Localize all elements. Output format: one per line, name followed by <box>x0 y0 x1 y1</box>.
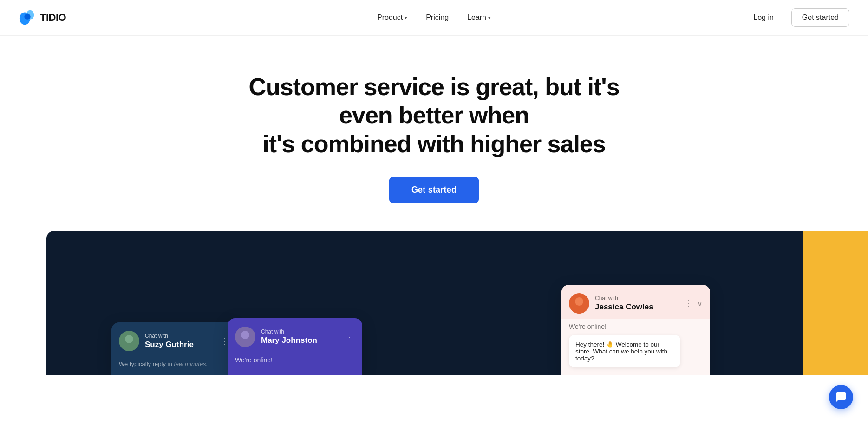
logo-link[interactable]: TIDIO <box>19 9 66 26</box>
yellow-panel <box>803 231 868 375</box>
nav-item-learn[interactable]: Learn ▾ <box>460 10 498 26</box>
chat-header-jessica: Chat with Jessica Cowles ⋮ ∨ <box>561 285 710 319</box>
chat-widget-suzy: Chat with Suzy Guthrie ⋮ We typically re… <box>111 322 237 375</box>
avatar-mary <box>235 327 255 347</box>
chat-header-mary: Chat with Mary Johnston ⋮ <box>228 318 362 353</box>
nav-item-product[interactable]: Product ▾ <box>370 10 415 26</box>
navbar: TIDIO Product ▾ Pricing Learn ▾ Log in G… <box>0 0 868 36</box>
chat-status-jessica: We're online! <box>569 323 703 330</box>
nav-center: Product ▾ Pricing Learn ▾ <box>370 10 498 26</box>
chat-name-block-mary: Chat with Mary Johnston <box>261 328 340 345</box>
chat-dots-jessica: ⋮ <box>684 298 693 308</box>
svg-point-5 <box>241 331 249 339</box>
nav-product-label: Product <box>377 13 403 22</box>
chat-status-mary: We're online! <box>235 356 355 364</box>
svg-point-7 <box>575 297 583 306</box>
chat-with-label-jessica: Chat with <box>595 295 679 302</box>
logo-text: TIDIO <box>40 12 66 24</box>
chat-name-mary: Mary Johnston <box>261 336 340 345</box>
chat-name-suzy: Suzy Guthrie <box>145 340 215 349</box>
nav-pricing-label: Pricing <box>426 13 449 22</box>
svg-point-4 <box>123 343 136 351</box>
illustration-area: Chat with Suzy Guthrie ⋮ We typically re… <box>0 231 868 375</box>
chat-widget-jessica: Chat with Jessica Cowles ⋮ ∨ We're onlin… <box>561 285 710 375</box>
nav-product-chevron: ▾ <box>405 15 407 21</box>
svg-point-8 <box>573 306 586 314</box>
chat-body-suzy: We typically reply in few minutes. <box>111 357 237 375</box>
chat-body-mary: We're online! <box>228 353 362 375</box>
chat-widget-mary: Chat with Mary Johnston ⋮ We're online! <box>228 318 362 375</box>
chat-header-suzy: Chat with Suzy Guthrie ⋮ <box>111 322 237 357</box>
nav-right: Log in Get started <box>743 8 849 27</box>
chat-name-jessica: Jessica Cowles <box>595 302 679 312</box>
nav-learn-label: Learn <box>467 13 486 22</box>
tidio-logo-icon <box>19 9 36 26</box>
svg-point-3 <box>125 335 133 343</box>
chat-name-block-suzy: Chat with Suzy Guthrie <box>145 333 215 349</box>
chat-reply-suzy: We typically reply in few minutes. <box>119 360 229 367</box>
chat-dots-mary: ⋮ <box>346 332 355 342</box>
avatar-jessica <box>569 293 589 314</box>
hero-section: Customer service is great, but it's even… <box>0 36 868 231</box>
chat-body-jessica: We're online! Hey there! 🤚 Welcome to ou… <box>561 319 710 375</box>
hero-title-part1: Customer service is great, but it's even… <box>248 73 619 128</box>
login-button[interactable]: Log in <box>743 9 784 26</box>
chat-with-label-suzy: Chat with <box>145 333 215 339</box>
chat-name-block-jessica: Chat with Jessica Cowles <box>595 295 679 312</box>
get-started-nav-button[interactable]: Get started <box>791 8 849 27</box>
svg-point-6 <box>239 339 252 347</box>
get-started-hero-button[interactable]: Get started <box>389 177 479 203</box>
nav-learn-chevron: ▾ <box>488 15 491 21</box>
chat-bubble-jessica: Hey there! 🤚 Welcome to our store. What … <box>569 335 680 367</box>
chat-with-label-mary: Chat with <box>261 328 340 335</box>
hero-title: Customer service is great, but it's even… <box>225 73 643 158</box>
avatar-suzy <box>119 331 139 351</box>
svg-point-2 <box>24 13 30 19</box>
hero-title-part2: it's combined with higher sales <box>262 130 605 157</box>
nav-item-pricing[interactable]: Pricing <box>418 10 456 26</box>
chat-chevron-jessica: ∨ <box>697 299 703 308</box>
